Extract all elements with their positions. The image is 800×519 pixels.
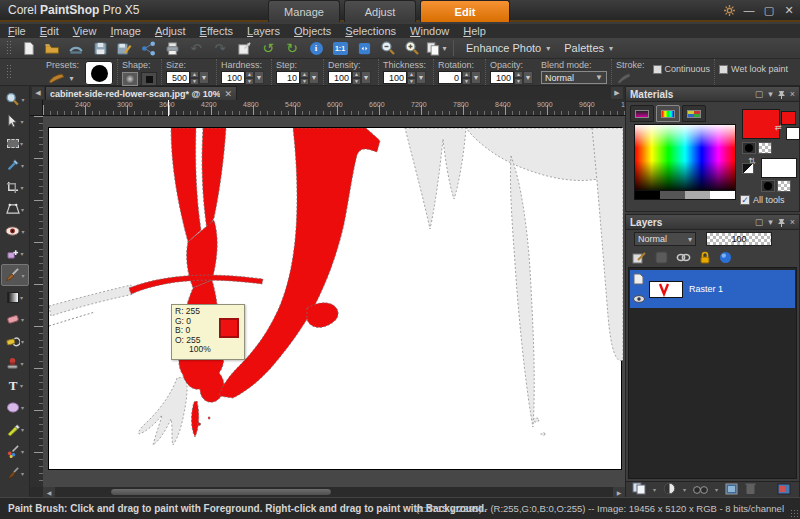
tool-dropper[interactable]: ▾ bbox=[1, 154, 29, 176]
save-button[interactable] bbox=[88, 39, 112, 57]
layer-name[interactable]: Raster 1 bbox=[689, 284, 723, 294]
tool-straighten[interactable]: ▾ bbox=[1, 198, 29, 220]
new-image-button[interactable] bbox=[16, 39, 40, 57]
tool-flood-fill[interactable]: ▾ bbox=[1, 286, 29, 308]
menu-image[interactable]: Image bbox=[110, 25, 141, 37]
zoom-in-button[interactable] bbox=[400, 39, 424, 57]
materials-close-icon[interactable]: × bbox=[790, 90, 795, 99]
opacity-input[interactable]: 100 bbox=[490, 71, 514, 84]
zoom-actual-size-button[interactable]: 1:1 bbox=[328, 39, 352, 57]
tool-paint-brush[interactable]: ▾ bbox=[1, 264, 29, 286]
image-canvas[interactable]: R: 255 G: 0 B: 0 O: 255 100% bbox=[48, 127, 622, 470]
shape-round-button[interactable] bbox=[122, 72, 138, 86]
bg-texture-button[interactable] bbox=[777, 180, 791, 192]
scroll-right-arrow[interactable]: ▶ bbox=[613, 487, 625, 497]
menu-objects[interactable]: Objects bbox=[294, 25, 331, 37]
new-layer-button[interactable] bbox=[632, 482, 646, 497]
tab-scroll-right-button[interactable]: ▶ bbox=[611, 87, 623, 99]
grayscale-strip[interactable] bbox=[634, 191, 736, 200]
tab-adjust[interactable]: Adjust bbox=[344, 0, 416, 22]
step-input[interactable]: 10 bbox=[276, 71, 300, 84]
toolbar-grip[interactable] bbox=[6, 40, 12, 56]
tool-zoom[interactable]: ▾ bbox=[1, 88, 29, 110]
tool-makeover[interactable]: ▾ bbox=[1, 242, 29, 264]
materials-pin-icon[interactable] bbox=[778, 90, 785, 99]
menu-window[interactable]: Window bbox=[410, 25, 449, 37]
redo-button[interactable]: ↷ bbox=[208, 39, 232, 57]
menu-edit[interactable]: Edit bbox=[40, 25, 59, 37]
opacity-spinner[interactable]: ▲▼ bbox=[514, 71, 523, 84]
menu-file[interactable]: File bbox=[8, 25, 26, 37]
bg-style-color-button[interactable] bbox=[761, 180, 775, 192]
tab-manage[interactable]: Manage bbox=[268, 0, 340, 22]
zoom-out-button[interactable] bbox=[376, 39, 400, 57]
brush-tip-preview[interactable] bbox=[85, 61, 113, 85]
tool-picture-tube[interactable]: ▾ bbox=[1, 440, 29, 462]
layer-thumbnail[interactable] bbox=[649, 281, 683, 298]
edit-selection-toggle-button[interactable] bbox=[777, 483, 791, 497]
minimize-button[interactable]: — bbox=[742, 3, 756, 17]
opacity-slider-dropdown[interactable]: ▼ bbox=[523, 71, 533, 84]
settings-gear-icon[interactable] bbox=[722, 3, 736, 17]
tool-preset-shape[interactable]: ▾ bbox=[1, 396, 29, 418]
resize-grip[interactable] bbox=[790, 509, 798, 517]
thickness-spinner[interactable]: ▲▼ bbox=[407, 71, 416, 84]
delete-layer-button[interactable] bbox=[745, 482, 756, 497]
presets-dropdown[interactable]: ▾ bbox=[46, 72, 76, 84]
density-slider-dropdown[interactable]: ▼ bbox=[361, 71, 371, 84]
tool-background-eraser[interactable]: ▾ bbox=[1, 330, 29, 352]
save-as-button[interactable] bbox=[112, 39, 136, 57]
step-slider-dropdown[interactable]: ▼ bbox=[309, 71, 319, 84]
size-slider-dropdown[interactable]: ▼ bbox=[199, 71, 209, 84]
size-input[interactable]: 500 bbox=[166, 71, 190, 84]
tool-selection[interactable]: ▾ bbox=[1, 132, 29, 154]
tool-crop[interactable]: ▾ bbox=[1, 176, 29, 198]
background-color-swatch[interactable] bbox=[786, 127, 800, 140]
thickness-input[interactable]: 100 bbox=[383, 71, 407, 84]
hardness-spinner[interactable]: ▲▼ bbox=[245, 71, 254, 84]
materials-tab-swatches[interactable] bbox=[682, 105, 706, 122]
lock-transparency-icon[interactable] bbox=[699, 251, 711, 266]
tab-edit[interactable]: Edit bbox=[420, 0, 510, 22]
rotation-spinner[interactable]: ▲▼ bbox=[462, 71, 471, 84]
copy-special-button[interactable]: ▾ bbox=[424, 39, 448, 57]
resize-canvas-button[interactable] bbox=[232, 39, 256, 57]
tool-text[interactable]: T▾ bbox=[1, 374, 29, 396]
rotation-slider-dropdown[interactable]: ▼ bbox=[471, 71, 481, 84]
menu-adjust[interactable]: Adjust bbox=[155, 25, 186, 37]
menu-selections[interactable]: Selections bbox=[345, 25, 396, 37]
tool-pen[interactable]: ▾ bbox=[1, 418, 29, 440]
hardness-slider-dropdown[interactable]: ▼ bbox=[254, 71, 264, 84]
tool-pick[interactable]: ▾ bbox=[1, 110, 29, 132]
all-tools-checkbox[interactable]: ✓All tools bbox=[740, 195, 785, 205]
shape-square-button[interactable] bbox=[141, 72, 157, 86]
rotate-left-button[interactable]: ↺ bbox=[256, 39, 280, 57]
density-input[interactable]: 100 bbox=[328, 71, 352, 84]
layers-float-icon[interactable]: ▢ bbox=[755, 218, 764, 227]
step-spinner[interactable]: ▲▼ bbox=[300, 71, 309, 84]
menu-effects[interactable]: Effects bbox=[200, 25, 233, 37]
edit-selection-icon[interactable] bbox=[632, 251, 647, 266]
materials-menu-icon[interactable]: ▾ bbox=[768, 90, 773, 99]
maximize-button[interactable]: ▢ bbox=[762, 3, 776, 17]
document-close-icon[interactable]: ✕ bbox=[224, 89, 232, 99]
menu-help[interactable]: Help bbox=[463, 25, 486, 37]
layer-blend-mode-select[interactable]: Normal▾ bbox=[634, 232, 696, 246]
print-button[interactable] bbox=[160, 39, 184, 57]
layer-visibility-icon[interactable] bbox=[633, 293, 646, 305]
open-image-button[interactable] bbox=[40, 39, 64, 57]
fg-texture-button[interactable] bbox=[758, 142, 772, 154]
rotate-right-button[interactable]: ↻ bbox=[280, 39, 304, 57]
image-information-button[interactable]: i bbox=[304, 39, 328, 57]
options-grip[interactable] bbox=[6, 64, 12, 80]
tool-red-eye[interactable]: ▾ bbox=[1, 220, 29, 242]
fg-style-color-button[interactable] bbox=[742, 142, 756, 154]
rotation-input[interactable]: 0 bbox=[438, 71, 462, 84]
swap-colors-icon[interactable]: ⇄ bbox=[775, 123, 782, 132]
layers-pin-icon[interactable] bbox=[778, 218, 785, 227]
share-button[interactable] bbox=[136, 39, 160, 57]
continuous-checkbox[interactable]: Continuous bbox=[653, 64, 711, 74]
fit-to-window-button[interactable] bbox=[352, 39, 376, 57]
highlight-layer-icon[interactable] bbox=[719, 251, 732, 266]
tool-warp-brush[interactable]: ▾ bbox=[1, 462, 29, 484]
